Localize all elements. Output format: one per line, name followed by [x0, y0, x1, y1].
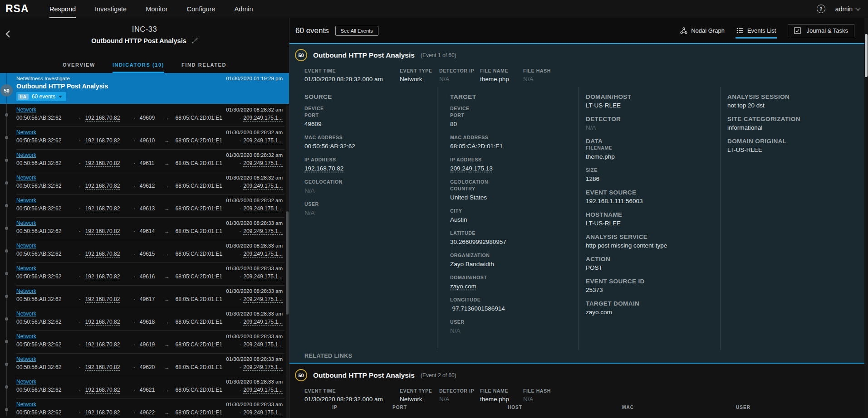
source-ip[interactable]: 192.168.70.82 [85, 296, 120, 302]
risk-score-badge: 50 [0, 84, 13, 97]
source-ip[interactable]: 192.168.70.82 [85, 205, 120, 212]
event-type-link[interactable]: Network [16, 220, 36, 226]
event-row[interactable]: Network 01/30/2020 08:28:33 am 00:50:56:… [0, 376, 289, 399]
separator-dot: · [237, 296, 243, 302]
source-ip[interactable]: 192.168.70.82 [85, 273, 120, 280]
source-ip[interactable]: 192.168.70.82 [85, 160, 120, 166]
event-type-link[interactable]: Network [16, 311, 36, 317]
dest-ip[interactable]: 209.249.175.1... [243, 341, 283, 348]
event-row[interactable]: Network 01/30/2020 08:28:33 am 00:50:56:… [0, 240, 289, 262]
event-row[interactable]: Network 01/30/2020 08:28:33 am 00:50:56:… [0, 217, 289, 240]
detail-field: DETECTOR N/A [586, 116, 712, 132]
arrow-right-icon: → [158, 364, 175, 370]
dest-ip[interactable]: 209.249.175.1... [243, 205, 283, 212]
dest-ip[interactable]: 209.249.175.1... [243, 251, 283, 257]
event-row[interactable]: Network 01/30/2020 08:28:33 am 00:50:56:… [0, 399, 289, 418]
nav-item-respond[interactable]: Respond [49, 0, 76, 18]
user-menu[interactable]: admin [835, 5, 860, 13]
dest-ip[interactable]: 209.249.175.1... [243, 319, 283, 325]
tab-find-related[interactable]: FIND RELATED [181, 62, 226, 73]
event-type-link[interactable]: Network [16, 107, 36, 113]
event-row[interactable]: Network 01/30/2020 08:28:33 am 00:50:56:… [0, 353, 289, 376]
source-ip[interactable]: 192.168.70.82 [85, 319, 120, 325]
source-ip[interactable]: 192.168.70.82 [85, 183, 120, 189]
field-label: IP ADDRESS [450, 156, 570, 163]
event-row[interactable]: Network 01/30/2020 08:28:32 am 00:50:56:… [0, 126, 289, 149]
nav-item-monitor[interactable]: Monitor [146, 0, 167, 18]
main-scrollbar-thumb[interactable] [865, 34, 868, 77]
event-row[interactable]: Network 01/30/2020 08:28:32 am 00:50:56:… [0, 149, 289, 172]
tab-indicators[interactable]: INDICATORS (10) [113, 62, 164, 73]
event-row[interactable]: Network 01/30/2020 08:28:33 am 00:50:56:… [0, 262, 289, 285]
event-type-link[interactable]: Network [16, 379, 36, 385]
events-dropdown-button[interactable]: EA 60 events [16, 92, 66, 101]
source-ip[interactable]: 192.168.70.82 [85, 364, 120, 370]
timeline-dot-icon [5, 340, 8, 343]
field-value: Network [400, 76, 439, 83]
source-ip[interactable]: 192.168.70.82 [85, 228, 120, 234]
dest-ip[interactable]: 209.249.175.1... [243, 409, 283, 416]
dest-ip[interactable]: 209.249.175.1... [243, 160, 283, 166]
back-button[interactable] [5, 30, 10, 40]
edit-pencil-icon[interactable] [192, 37, 198, 45]
event-type-link[interactable]: Network [16, 152, 36, 158]
nodal-graph-button[interactable]: Nodal Graph [680, 25, 725, 36]
separator-dot: · [74, 228, 85, 234]
event-type-link[interactable]: Network [16, 175, 36, 181]
field-label: FILE HASH [523, 68, 573, 74]
event-type-link[interactable]: Network [16, 288, 36, 294]
event-row[interactable]: Network 01/30/2020 08:28:33 am 00:50:56:… [0, 285, 289, 308]
incident-sidebar: INC-33 Outbound HTTP Post Analysis OVERV… [0, 18, 289, 418]
field-label: EVENT TIME [304, 388, 400, 394]
events-list-button[interactable]: Events List [736, 25, 776, 36]
event-row[interactable]: Network 01/30/2020 08:28:32 am 00:50:56:… [0, 194, 289, 217]
separator-dot: · [237, 387, 243, 393]
event-type-link[interactable]: Network [16, 243, 36, 249]
event-type-link[interactable]: Network [16, 333, 36, 340]
event-row[interactable]: Network 01/30/2020 08:28:33 am 00:50:56:… [0, 331, 289, 353]
source-ip[interactable]: 192.168.70.82 [85, 137, 120, 144]
dest-ip[interactable]: 209.249.175.1... [243, 273, 283, 280]
source-ip[interactable]: 192.168.70.82 [85, 115, 120, 121]
timeline-dot-icon [5, 272, 8, 275]
help-icon[interactable]: ? [817, 5, 825, 13]
event-row[interactable]: Network 01/30/2020 08:28:33 am 00:50:56:… [0, 308, 289, 331]
field-value: 209.249.175.13 [450, 164, 493, 173]
event-type-link[interactable]: Network [16, 129, 36, 136]
arrow-right-icon: → [158, 273, 175, 280]
nav-item-admin[interactable]: Admin [234, 0, 253, 18]
dest-ip[interactable]: 209.249.175.1... [243, 137, 283, 144]
detail-field: TARGET DOMAIN zayo.com [586, 300, 712, 316]
event-type-link[interactable]: Network [16, 356, 36, 362]
indicator-selected[interactable]: 50 NetWitness Investigate 01/30/2020 01:… [0, 73, 289, 104]
see-all-events-button[interactable]: See All Events [335, 26, 378, 36]
sidebar-scrollbar-thumb[interactable] [286, 211, 289, 315]
nav-item-configure[interactable]: Configure [187, 0, 216, 18]
event-row[interactable]: Network 01/30/2020 08:28:32 am 00:50:56:… [0, 104, 289, 126]
dest-ip[interactable]: 209.249.175.1... [243, 115, 283, 121]
event-type-link[interactable]: Network [16, 401, 36, 408]
event-row[interactable]: Network 01/30/2020 08:28:32 am 00:50:56:… [0, 172, 289, 194]
source-ip[interactable]: 192.168.70.82 [85, 409, 120, 416]
field-value: N/A [523, 396, 573, 403]
tab-overview[interactable]: OVERVIEW [63, 62, 95, 73]
source-ip[interactable]: 192.168.70.82 [85, 341, 120, 348]
nav-item-investigate[interactable]: Investigate [95, 0, 127, 18]
source-ip[interactable]: 192.168.70.82 [85, 251, 120, 257]
event-type-link[interactable]: Network [16, 197, 36, 204]
event-timestamp: 01/30/2020 08:28:33 am [226, 266, 283, 271]
field-value: 01/30/2020 08:28:32.000 am [304, 396, 400, 403]
detail-field: CITY Austin [450, 208, 570, 224]
journal-tasks-button[interactable]: Journal & Tasks [788, 24, 854, 37]
dest-ip[interactable]: 209.249.175.1... [243, 183, 283, 189]
event-type-link[interactable]: Network [16, 265, 36, 272]
summary-field: FILE NAME theme.php [480, 388, 523, 403]
dest-ip[interactable]: 209.249.175.1... [243, 296, 283, 302]
dest-ip[interactable]: 209.249.175.1... [243, 364, 283, 370]
source-ip[interactable]: 192.168.70.82 [85, 387, 120, 393]
arrow-right-icon: → [158, 205, 175, 212]
events-panel-header: 60 events See All Events Nodal Graph Eve… [289, 18, 868, 43]
dest-ip[interactable]: 209.249.175.1... [243, 387, 283, 393]
dest-ip[interactable]: 209.249.175.1... [243, 228, 283, 234]
field-value: theme.php [586, 152, 712, 161]
